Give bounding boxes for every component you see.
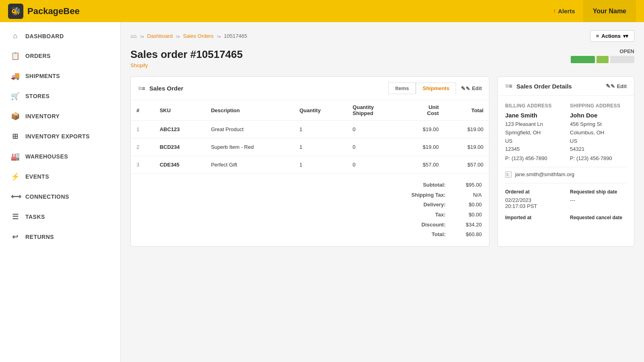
ordered-at-value: 02/22/2023 [505, 197, 562, 203]
stores-icon: 🛒 [11, 92, 20, 101]
col-sku: SKU [154, 100, 205, 121]
card-tabs: Items Shipments [388, 82, 456, 94]
sidebar-item-inventory-exports[interactable]: ⊞ INVENTORY EXPORTS [0, 126, 120, 146]
sidebar-item-dashboard[interactable]: ⌂ DASHBOARD [0, 26, 120, 46]
sidebar-item-label: ORDERS [25, 53, 51, 59]
sidebar-item-label: INVENTORY EXPORTS [25, 133, 90, 140]
actions-list-icon: ≡ [596, 33, 599, 39]
sidebar-item-returns[interactable]: ↩ RETURNS [0, 227, 120, 247]
sidebar-item-stores[interactable]: 🛒 STORES [0, 86, 120, 106]
status-section: OPEN [571, 48, 634, 63]
sidebar-item-orders[interactable]: 📋 ORDERS [0, 46, 120, 66]
col-qty-shipped: QuantityShipped [347, 100, 400, 121]
sidebar-item-warehouses[interactable]: 🏭 WAREHOUSES [0, 146, 120, 167]
cell-unit-cost: $19.00 [400, 121, 444, 138]
requested-cancel-col: Requested cancel date [570, 215, 627, 223]
logo-icon: 🐝 [8, 4, 23, 19]
cell-description: Superb Item - Red [205, 138, 294, 156]
details-edit-icon: ✎ [606, 83, 615, 89]
source-link[interactable]: Shopify [130, 62, 243, 68]
sales-order-card: ≡ Sales Order Items Shipments ✎ Edit [130, 76, 489, 247]
shipping-address-title: Shipping Address [570, 103, 627, 109]
dates-row-2: Imported at Requested cancel date [505, 215, 627, 223]
sidebar-item-connections[interactable]: ⟷ CONNECTIONS [0, 187, 120, 207]
actions-label: Actions [601, 33, 621, 39]
logo-text: PackageBee [27, 6, 80, 16]
col-total: Total [444, 100, 489, 121]
logo[interactable]: 🐝 PackageBee [8, 4, 80, 19]
tab-items[interactable]: Items [388, 82, 416, 94]
billing-address-title: Billing Address [505, 103, 562, 109]
breadcrumb-home-icon: ⌂ [130, 33, 137, 39]
page-header: Sales order #10517465 Shopify OPEN [130, 48, 634, 68]
ordered-at-time: 20:17:03 PST [505, 203, 562, 209]
inventory-exports-icon: ⊞ [11, 132, 20, 141]
tab-shipments[interactable]: Shipments [416, 82, 456, 94]
cell-qty-shipped: 0 [347, 121, 400, 138]
email-row: jane.smith@smithfam.org [505, 167, 627, 181]
sidebar-item-shipments[interactable]: 🚚 SHIPMENTS [0, 66, 120, 86]
col-unit-cost: UnitCost [400, 100, 444, 121]
cell-num: 1 [131, 121, 154, 138]
actions-caret-icon: ▾ [623, 33, 628, 39]
details-card-header: ≡ Sales Order Details ✎ Edit [498, 77, 634, 96]
details-list-icon: ≡ [505, 82, 512, 90]
requested-ship-value: --- [570, 197, 627, 203]
sidebar-item-tasks[interactable]: ☰ TASKS [0, 207, 120, 227]
billing-phone: P: (123) 456-7890 [505, 155, 562, 161]
breadcrumb-dashboard[interactable]: Dashboard [147, 33, 173, 39]
shipping-street: 456 Spring St [570, 120, 627, 129]
breadcrumb-sales-orders[interactable]: Sales Orders [183, 33, 214, 39]
status-segment-2 [597, 56, 609, 63]
tasks-icon: ☰ [11, 212, 20, 221]
status-bar [571, 56, 634, 63]
shipping-address: Shipping Address John Doe 456 Spring St … [570, 103, 627, 161]
sales-order-edit-button[interactable]: ✎ Edit [461, 85, 482, 92]
details-edit-button[interactable]: ✎ Edit [606, 83, 627, 89]
cell-quantity: 1 [294, 121, 347, 138]
sales-order-card-header: ≡ Sales Order Items Shipments ✎ Edit [131, 77, 489, 100]
billing-street: 123 Pleasant Ln [505, 120, 562, 129]
user-menu-button[interactable]: Your Name [583, 0, 636, 22]
returns-icon: ↩ [11, 232, 20, 241]
sidebar-item-inventory[interactable]: 📦 INVENTORY [0, 106, 120, 126]
edit-icon: ✎ [461, 85, 470, 92]
tax-label: Tax: [435, 210, 446, 220]
sidebar-item-label: CONNECTIONS [25, 193, 69, 200]
sidebar-item-label: EVENTS [25, 173, 49, 180]
connections-icon: ⟷ [11, 192, 20, 201]
billing-city: Springfield, OH [505, 129, 562, 137]
details-card: ≡ Sales Order Details ✎ Edit Billing Add… [497, 76, 634, 247]
discount-label: Discount: [421, 220, 446, 230]
subtotal-value: $95.00 [454, 180, 482, 190]
subtotal-label: Subtotal: [423, 180, 446, 190]
cell-sku: ABC123 [154, 121, 205, 138]
cell-quantity: 1 [294, 156, 347, 174]
shipping-zip: 54321 [570, 145, 627, 154]
delivery-label: Delivery: [423, 200, 446, 210]
cell-description: Great Product [205, 121, 294, 138]
discount-value: $34.20 [454, 220, 482, 230]
shipping-phone: P: (123) 456-7890 [570, 155, 627, 161]
col-num: # [131, 100, 154, 121]
order-table: # SKU Description Quantity QuantityShipp… [131, 100, 489, 174]
main-content: ⌂ › Dashboard › Sales Orders › 10517465 … [121, 22, 644, 362]
sidebar-item-events[interactable]: ⚡ EVENTS [0, 167, 120, 187]
cell-num: 2 [131, 138, 154, 156]
subtotal-row: Subtotal: $95.00 [138, 180, 482, 190]
actions-button[interactable]: ≡ Actions ▾ [590, 30, 634, 42]
sidebar-item-label: DASHBOARD [25, 33, 64, 39]
address-row: Billing Address Jane Smith 123 Pleasant … [505, 103, 627, 161]
content-row: ≡ Sales Order Items Shipments ✎ Edit [130, 76, 634, 247]
dates-section: Ordered at 02/22/2023 20:17:03 PST Reque… [505, 183, 627, 223]
page-title-section: Sales order #10517465 Shopify [130, 48, 243, 68]
cell-unit-cost: $57.00 [400, 156, 444, 174]
table-row: 2 BCD234 Superb Item - Red 1 0 $19.00 $1… [131, 138, 489, 156]
requested-ship-col: Requested ship date --- [570, 189, 627, 209]
alerts-button[interactable]: Alerts [545, 4, 583, 18]
col-quantity: Quantity [294, 100, 347, 121]
breadcrumb-sep-1: › [140, 33, 144, 40]
requested-ship-label: Requested ship date [570, 189, 627, 195]
total-label: Total: [432, 230, 446, 240]
events-icon: ⚡ [11, 172, 20, 181]
